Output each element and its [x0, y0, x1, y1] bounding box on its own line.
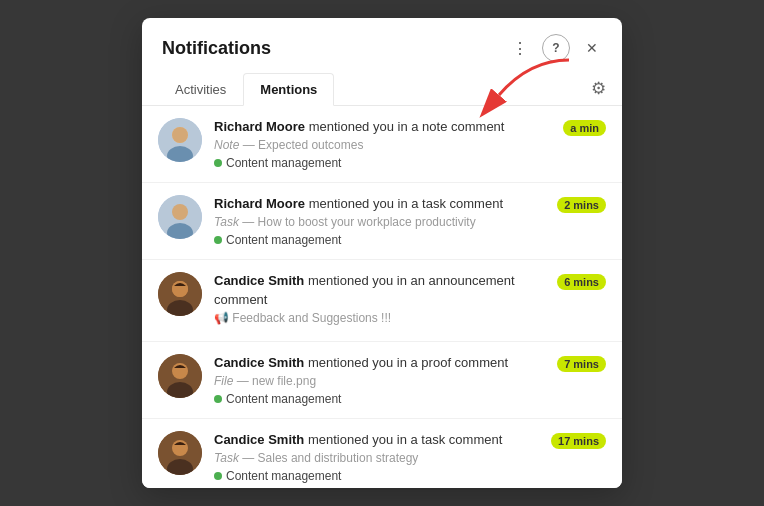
time-badge: 2 mins	[557, 197, 606, 213]
notif-body: Richard Moore mentioned you in a note co…	[214, 118, 551, 170]
close-icon[interactable]: ✕	[578, 34, 606, 62]
notif-sub: Task — Sales and distribution strategy	[214, 451, 539, 465]
notif-main: Candice Smith mentioned you in a task co…	[214, 431, 539, 449]
notification-item[interactable]: Candice Smith mentioned you in a task co…	[142, 419, 622, 488]
notif-main: Richard Moore mentioned you in a task co…	[214, 195, 545, 213]
tabs-bar: Activities Mentions ⚙	[142, 62, 622, 106]
notification-item[interactable]: Richard Moore mentioned you in a note co…	[142, 106, 622, 183]
green-dot	[214, 236, 222, 244]
notification-item[interactable]: Candice Smith mentioned you in a proof c…	[142, 342, 622, 419]
notifications-panel: Notifications ⋮ ? ✕ Activities Mentions …	[142, 18, 622, 488]
svg-point-5	[172, 204, 188, 220]
notif-sub: Task — How to boost your workplace produ…	[214, 215, 545, 229]
tabs-left: Activities Mentions	[158, 72, 334, 105]
green-dot	[214, 395, 222, 403]
more-icon[interactable]: ⋮	[506, 34, 534, 62]
notif-tag: Content management	[214, 156, 551, 170]
help-icon[interactable]: ?	[542, 34, 570, 62]
notif-tag-label: Content management	[226, 233, 341, 247]
green-dot	[214, 472, 222, 480]
time-badge: 6 mins	[557, 274, 606, 290]
avatar	[158, 354, 202, 398]
notif-sub: File — new file.png	[214, 374, 545, 388]
tab-mentions[interactable]: Mentions	[243, 73, 334, 106]
notification-item[interactable]: Candice Smith mentioned you in an announ…	[142, 260, 622, 341]
notif-tag-label: Content management	[226, 469, 341, 483]
green-dot	[214, 159, 222, 167]
notif-sub: Note — Expected outcomes	[214, 138, 551, 152]
notif-tag-label: Content management	[226, 392, 341, 406]
notif-name: Candice Smith	[214, 432, 304, 447]
notif-main: Candice Smith mentioned you in an announ…	[214, 272, 545, 308]
header-icons: ⋮ ? ✕	[506, 34, 606, 62]
panel-title: Notifications	[162, 38, 271, 59]
avatar	[158, 195, 202, 239]
avatar	[158, 431, 202, 475]
time-badge: a min	[563, 120, 606, 136]
notif-main: Richard Moore mentioned you in a note co…	[214, 118, 551, 136]
notif-tag: Content management	[214, 469, 539, 483]
notif-name: Candice Smith	[214, 273, 304, 288]
notif-body: Candice Smith mentioned you in a proof c…	[214, 354, 545, 406]
panel-header: Notifications ⋮ ? ✕	[142, 18, 622, 62]
notif-tag: Content management	[214, 233, 545, 247]
time-badge: 7 mins	[557, 356, 606, 372]
notif-main: Candice Smith mentioned you in a proof c…	[214, 354, 545, 372]
avatar	[158, 118, 202, 162]
notif-name: Richard Moore	[214, 196, 305, 211]
notif-tag: Content management	[214, 392, 545, 406]
time-badge: 17 mins	[551, 433, 606, 449]
notif-body: Richard Moore mentioned you in a task co…	[214, 195, 545, 247]
notif-name: Candice Smith	[214, 355, 304, 370]
avatar	[158, 272, 202, 316]
notif-sub: 📢 Feedback and Suggestions !!!	[214, 311, 545, 325]
settings-icon[interactable]: ⚙	[591, 78, 606, 99]
notif-name: Richard Moore	[214, 119, 305, 134]
notif-tag-label: Content management	[226, 156, 341, 170]
notif-body: Candice Smith mentioned you in a task co…	[214, 431, 539, 483]
notification-item[interactable]: Richard Moore mentioned you in a task co…	[142, 183, 622, 260]
notifications-list: Richard Moore mentioned you in a note co…	[142, 106, 622, 488]
svg-point-3	[172, 127, 188, 143]
notif-body: Candice Smith mentioned you in an announ…	[214, 272, 545, 328]
tab-activities[interactable]: Activities	[158, 73, 243, 106]
